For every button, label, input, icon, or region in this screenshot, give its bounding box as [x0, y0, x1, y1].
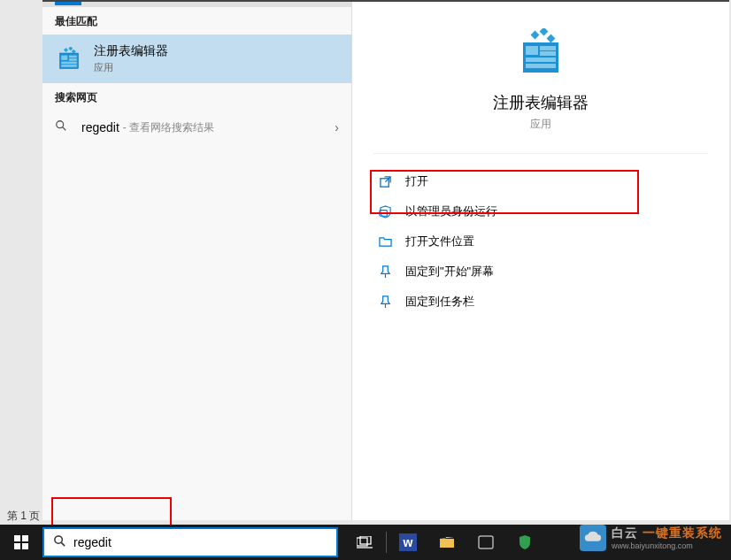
- svg-rect-6: [61, 65, 77, 67]
- results-left-column: 最佳匹配 注册表编辑器 应用: [42, 2, 352, 520]
- svg-rect-18: [531, 31, 540, 40]
- web-search-result[interactable]: regedit - 查看网络搜索结果 ›: [42, 111, 351, 144]
- shield-icon: [377, 203, 393, 219]
- page-number-label: 第 1 页: [7, 509, 40, 524]
- svg-text:w: w: [403, 535, 413, 549]
- open-icon: [377, 173, 393, 189]
- svg-rect-2: [61, 55, 67, 59]
- svg-rect-15: [540, 51, 556, 56]
- web-search-header: 搜索网页: [42, 83, 351, 111]
- svg-rect-34: [440, 539, 454, 548]
- svg-rect-14: [540, 46, 556, 50]
- detail-title: 注册表编辑器: [493, 92, 589, 113]
- taskbar-search-box[interactable]: [42, 527, 338, 557]
- result-title: 注册表编辑器: [94, 43, 168, 59]
- chevron-right-icon: ›: [335, 120, 339, 134]
- svg-line-11: [63, 127, 66, 131]
- taskbar: w: [0, 525, 731, 560]
- action-pin-start-label: 固定到"开始"屏幕: [405, 264, 494, 280]
- action-pin-taskbar-label: 固定到任务栏: [405, 294, 474, 310]
- svg-rect-23: [14, 535, 20, 541]
- search-icon: [55, 119, 69, 135]
- taskbar-app-4[interactable]: [505, 525, 544, 560]
- svg-rect-29: [357, 538, 367, 546]
- taskbar-app-1[interactable]: w: [389, 525, 427, 560]
- pin-start-icon: [377, 264, 393, 280]
- taskbar-app-2[interactable]: [427, 525, 466, 560]
- action-pin-start[interactable]: 固定到"开始"屏幕: [352, 257, 729, 287]
- svg-rect-17: [526, 64, 556, 68]
- best-match-header: 最佳匹配: [42, 7, 351, 35]
- svg-rect-24: [22, 535, 28, 541]
- svg-rect-8: [68, 47, 73, 50]
- action-open-location[interactable]: 打开文件位置: [352, 226, 729, 257]
- web-query-text: regedit: [81, 120, 119, 134]
- detail-regedit-icon: [516, 28, 566, 78]
- taskbar-app-3[interactable]: [466, 525, 505, 560]
- folder-icon: [377, 234, 393, 249]
- svg-rect-30: [360, 536, 371, 544]
- svg-point-27: [55, 535, 62, 542]
- best-match-result[interactable]: 注册表编辑器 应用: [42, 35, 351, 83]
- svg-rect-3: [69, 55, 77, 58]
- svg-rect-5: [61, 61, 77, 64]
- web-hint-text: - 查看网络搜索结果: [123, 120, 214, 135]
- svg-rect-16: [526, 58, 556, 62]
- action-run-admin[interactable]: 以管理员身份运行: [352, 196, 729, 226]
- svg-rect-35: [479, 536, 493, 548]
- pin-taskbar-icon: [377, 294, 393, 310]
- detail-subtitle: 应用: [530, 117, 551, 132]
- active-tab-indicator: [55, 2, 81, 5]
- filter-tabs: [42, 2, 351, 7]
- regedit-icon: [55, 45, 83, 73]
- action-open-location-label: 打开文件位置: [405, 234, 474, 249]
- svg-rect-7: [64, 48, 68, 52]
- action-open[interactable]: 打开: [352, 166, 729, 196]
- action-run-admin-label: 以管理员身份运行: [405, 203, 497, 219]
- task-view-button[interactable]: [345, 525, 384, 560]
- start-button[interactable]: [0, 525, 42, 560]
- svg-rect-4: [69, 58, 77, 61]
- svg-rect-19: [540, 28, 549, 35]
- svg-point-10: [57, 121, 64, 128]
- detail-header: 注册表编辑器 应用: [373, 28, 708, 154]
- detail-panel: 注册表编辑器 应用 打开 以管理员身份运行 打开文件位置: [352, 2, 729, 520]
- search-input[interactable]: [73, 535, 327, 549]
- svg-rect-26: [22, 543, 28, 549]
- action-list: 打开 以管理员身份运行 打开文件位置 固定到"开始"屏幕: [352, 154, 729, 329]
- svg-rect-13: [526, 46, 538, 55]
- svg-rect-20: [547, 35, 556, 43]
- taskbar-separator: [386, 532, 387, 553]
- svg-line-28: [61, 542, 65, 546]
- action-open-label: 打开: [405, 173, 428, 189]
- svg-rect-25: [14, 543, 20, 549]
- search-results-panel: 最佳匹配 注册表编辑器 应用: [42, 0, 729, 520]
- taskbar-icons: w: [345, 525, 544, 560]
- search-icon: [53, 534, 66, 551]
- action-pin-taskbar[interactable]: 固定到任务栏: [352, 287, 729, 317]
- result-subtitle: 应用: [94, 61, 168, 74]
